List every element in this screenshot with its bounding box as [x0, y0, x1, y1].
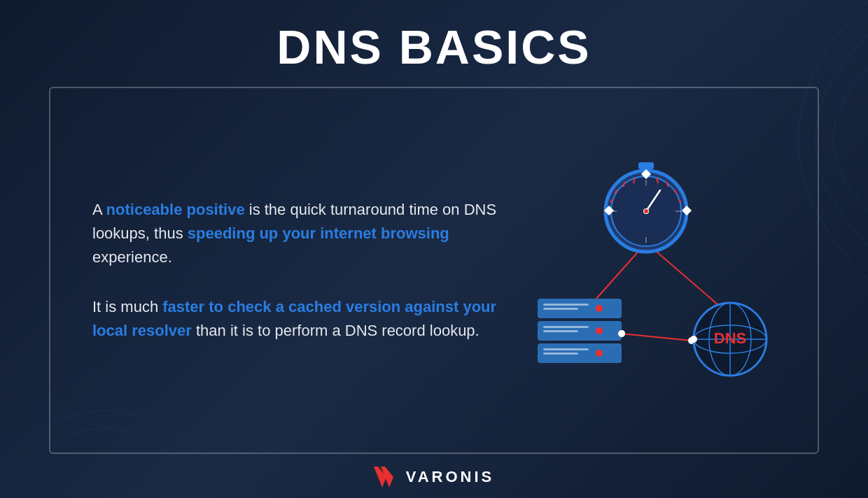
varonis-logo: VARONIS [374, 467, 495, 488]
illustration-area: DNS [517, 159, 783, 383]
svg-point-48 [690, 336, 697, 343]
para2-suffix: than it is to perform a DNS record looku… [192, 322, 479, 339]
page-title: DNS BASICS [0, 20, 868, 74]
para2-prefix: It is much [92, 298, 162, 315]
para1-highlight2: speeding up your internet browsing [188, 225, 449, 242]
svg-rect-8 [638, 162, 654, 169]
content-box: A noticeable positive is the quick turna… [49, 87, 819, 454]
brand-name: VARONIS [406, 468, 495, 486]
svg-rect-39 [543, 353, 578, 355]
title-section: DNS BASICS [0, 0, 868, 87]
svg-point-36 [596, 327, 603, 334]
para1-prefix: A [92, 201, 106, 218]
para1-suffix: experience. [92, 248, 172, 266]
varonis-icon [374, 467, 399, 488]
paragraph-1: A noticeable positive is the quick turna… [92, 198, 503, 269]
svg-line-1 [646, 243, 723, 309]
paragraph-2: It is much faster to check a cached vers… [92, 295, 503, 343]
svg-point-41 [618, 330, 625, 337]
svg-rect-31 [543, 308, 578, 310]
footer: VARONIS [374, 454, 495, 498]
svg-rect-34 [543, 326, 589, 328]
para1-highlight1: noticeable positive [106, 201, 245, 218]
text-content: A noticeable positive is the quick turna… [92, 198, 503, 342]
dns-illustration: DNS [517, 159, 783, 383]
svg-point-40 [596, 350, 603, 357]
svg-rect-38 [543, 348, 589, 350]
svg-text:DNS: DNS [714, 329, 746, 347]
svg-point-32 [596, 305, 603, 312]
svg-line-2 [622, 334, 692, 341]
svg-rect-35 [543, 330, 578, 332]
page-wrapper: DNS BASICS A noticeable positive is the … [0, 0, 868, 498]
svg-point-25 [644, 209, 648, 213]
svg-rect-30 [543, 304, 589, 306]
